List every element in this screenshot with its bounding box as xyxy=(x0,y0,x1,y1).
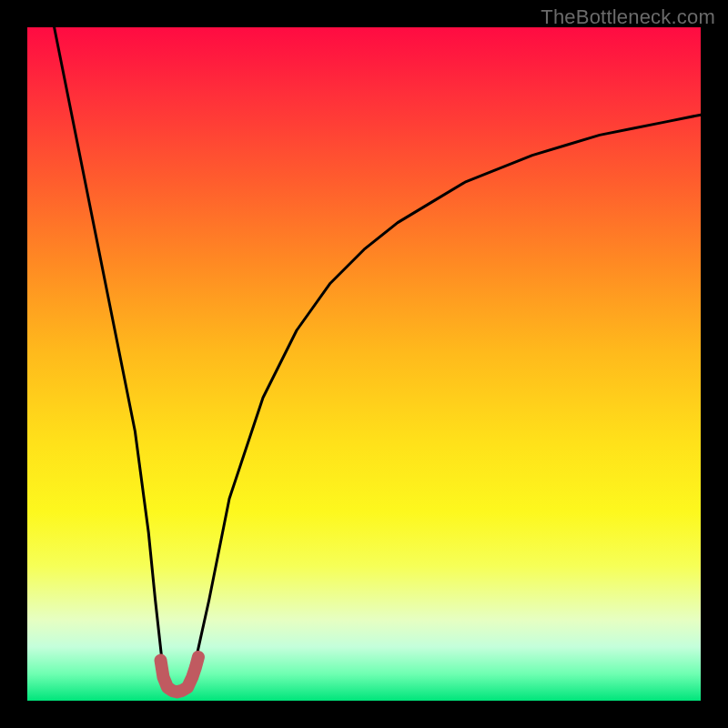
watermark-text: TheBottleneck.com xyxy=(541,5,715,29)
minimum-marker xyxy=(161,657,198,692)
plot-area xyxy=(27,27,701,701)
chart-svg xyxy=(27,27,701,701)
outer-frame: TheBottleneck.com xyxy=(0,0,728,728)
bottleneck-curve xyxy=(55,27,701,694)
